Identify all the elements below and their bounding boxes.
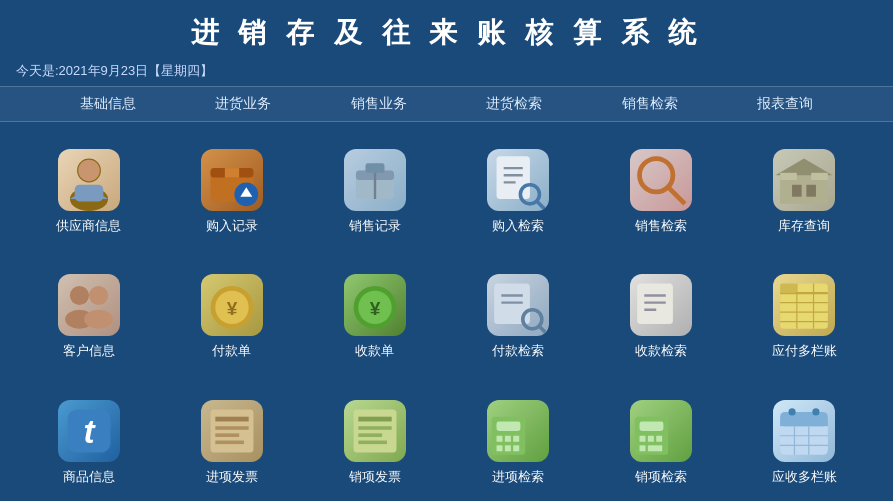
- icon-label-sales-search-icon: 销售检索: [635, 217, 687, 235]
- date-bar: 今天是:2021年9月23日【星期四】: [0, 60, 893, 86]
- icon-label-inventory-query: 库存查询: [778, 217, 830, 235]
- icon-box-purchase-record: [201, 149, 263, 211]
- icon-item-purchase-record[interactable]: 购入记录: [163, 132, 300, 252]
- svg-rect-72: [505, 445, 511, 451]
- page-title: 进 销 存 及 往 来 账 核 算 系 统: [0, 14, 893, 52]
- icon-label-receipt-form: 收款单: [355, 342, 394, 360]
- svg-line-41: [540, 327, 547, 334]
- svg-rect-79: [640, 445, 646, 451]
- svg-point-84: [789, 409, 796, 416]
- icon-item-goods-info[interactable]: t 商品信息: [20, 383, 157, 501]
- svg-rect-62: [358, 417, 391, 422]
- icon-item-customer-info[interactable]: 客户信息: [20, 258, 157, 378]
- svg-point-85: [813, 409, 820, 416]
- svg-rect-71: [497, 445, 503, 451]
- menu-item-purchase-business[interactable]: 进货业务: [207, 91, 279, 117]
- icon-box-payment-search: [487, 274, 549, 336]
- svg-text:¥: ¥: [370, 298, 381, 319]
- icon-item-supplier-info[interactable]: 供应商信息: [20, 132, 157, 252]
- icon-box-payment-form: ¥: [201, 274, 263, 336]
- svg-rect-76: [640, 436, 646, 442]
- icon-label-sales-invoice: 销项发票: [349, 468, 401, 486]
- svg-rect-61: [353, 410, 396, 453]
- icon-label-payment-form: 付款单: [212, 342, 251, 360]
- svg-rect-3: [74, 185, 103, 202]
- icon-box-sales-record: [344, 149, 406, 211]
- icon-item-receipt-form[interactable]: ¥ 收款单: [306, 258, 443, 378]
- icon-item-sales-search-icon[interactable]: 销售检索: [593, 132, 730, 252]
- svg-point-2: [78, 160, 99, 181]
- icon-label-receivable-ledger: 应收多栏账: [772, 468, 837, 486]
- svg-rect-23: [792, 185, 802, 197]
- menu-bar: 基础信息进货业务销售业务进货检索销售检索报表查询: [0, 86, 893, 122]
- icon-box-purchase-search-icon: [487, 149, 549, 211]
- menu-item-sales-business[interactable]: 销售业务: [343, 91, 415, 117]
- svg-rect-64: [358, 434, 382, 438]
- icon-label-sales-search2: 销项检索: [635, 468, 687, 486]
- icon-label-sales-record: 销售记录: [349, 217, 401, 235]
- icon-item-sales-search2[interactable]: 销项检索: [593, 383, 730, 501]
- svg-rect-53: [781, 284, 798, 294]
- icon-box-goods-info: t: [58, 400, 120, 462]
- menu-item-purchase-search[interactable]: 进货检索: [478, 91, 550, 117]
- icon-item-purchase-search-icon[interactable]: 购入检索: [450, 132, 587, 252]
- svg-point-27: [70, 286, 89, 305]
- menu-item-report-query[interactable]: 报表查询: [749, 91, 821, 117]
- svg-rect-58: [215, 426, 248, 430]
- icon-item-payment-search[interactable]: 付款检索: [450, 258, 587, 378]
- svg-text:t: t: [83, 413, 96, 450]
- icon-label-goods-info: 商品信息: [63, 468, 115, 486]
- icon-item-receipt-search[interactable]: 收款检索: [593, 258, 730, 378]
- icon-item-sales-invoice[interactable]: 销项发票: [306, 383, 443, 501]
- icon-box-receipt-form: ¥: [344, 274, 406, 336]
- icon-item-receivable-ledger[interactable]: 应收多栏账: [736, 383, 873, 501]
- icon-label-purchase-invoice: 进项发票: [206, 468, 258, 486]
- icon-label-purchase-search-icon: 购入检索: [492, 217, 544, 235]
- icon-box-customer-info: [58, 274, 120, 336]
- svg-rect-26: [812, 173, 829, 180]
- menu-item-basic-info[interactable]: 基础信息: [72, 91, 144, 117]
- icons-container: 供应商信息 购入记录 销售记录 购入检索 销售检索: [0, 122, 893, 501]
- svg-rect-68: [497, 436, 503, 442]
- icon-label-supplier-info: 供应商信息: [56, 217, 121, 235]
- svg-rect-75: [640, 422, 664, 432]
- svg-point-30: [84, 310, 113, 329]
- svg-rect-59: [215, 434, 239, 438]
- svg-rect-67: [497, 422, 521, 432]
- icon-item-purchase-invoice[interactable]: 进项发票: [163, 383, 300, 501]
- svg-rect-13: [497, 156, 530, 199]
- svg-line-18: [537, 201, 544, 208]
- icon-label-payment-search: 付款检索: [492, 342, 544, 360]
- icon-box-payable-ledger: [773, 274, 835, 336]
- icon-item-inventory-query[interactable]: 库存查询: [736, 132, 873, 252]
- icon-box-sales-search-icon: [630, 149, 692, 211]
- svg-marker-22: [776, 158, 833, 175]
- svg-rect-69: [505, 436, 511, 442]
- icon-item-purchase-search2[interactable]: 进项检索: [450, 383, 587, 501]
- svg-rect-24: [807, 185, 817, 197]
- svg-rect-57: [215, 417, 248, 422]
- svg-text:¥: ¥: [226, 298, 237, 319]
- icon-item-payable-ledger[interactable]: 应付多栏账: [736, 258, 873, 378]
- icon-box-supplier-info: [58, 149, 120, 211]
- icon-item-sales-record[interactable]: 销售记录: [306, 132, 443, 252]
- icon-box-purchase-invoice: [201, 400, 263, 462]
- icon-item-payment-form[interactable]: ¥ 付款单: [163, 258, 300, 378]
- icon-label-customer-info: 客户信息: [63, 342, 115, 360]
- svg-rect-12: [365, 163, 384, 173]
- icon-box-sales-invoice: [344, 400, 406, 462]
- menu-item-sales-search[interactable]: 销售检索: [614, 91, 686, 117]
- icon-box-purchase-search2: [487, 400, 549, 462]
- icon-box-receipt-search: [630, 274, 692, 336]
- svg-rect-56: [210, 410, 253, 453]
- svg-rect-70: [513, 436, 519, 442]
- svg-rect-77: [648, 436, 654, 442]
- icon-box-sales-search2: [630, 400, 692, 462]
- header: 进 销 存 及 往 来 账 核 算 系 统 今天是:2021年9月23日【星期四…: [0, 0, 893, 86]
- icon-box-receivable-ledger: [773, 400, 835, 462]
- svg-rect-25: [781, 173, 798, 180]
- svg-point-19: [640, 158, 673, 191]
- svg-line-20: [668, 187, 685, 204]
- icon-label-purchase-record: 购入记录: [206, 217, 258, 235]
- svg-rect-80: [648, 445, 662, 451]
